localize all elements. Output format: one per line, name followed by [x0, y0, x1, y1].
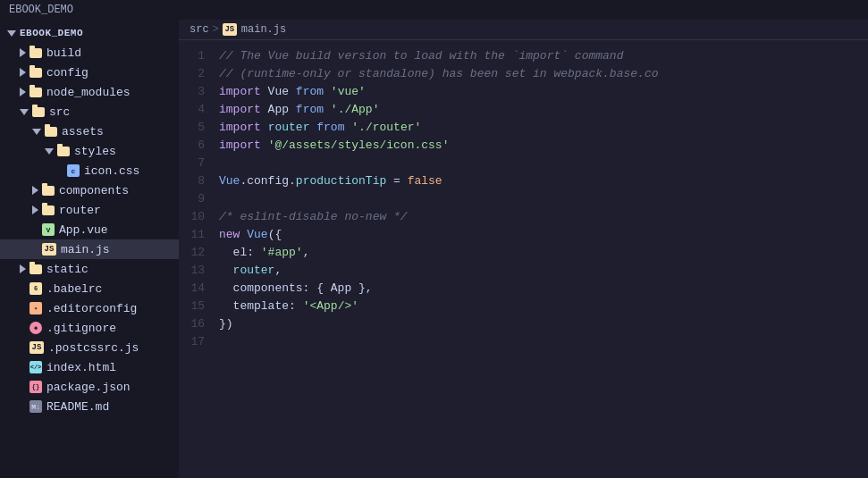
line-content	[219, 155, 868, 172]
sidebar-item-ebook-demo[interactable]: EBOOK_DEMO	[0, 23, 179, 43]
sidebar-item-app-vue[interactable]: VApp.vue	[0, 220, 179, 239]
line-content: Vue.config.productionTip = false	[219, 172, 868, 190]
css-file-icon: c	[67, 164, 80, 177]
sidebar-item-router[interactable]: router	[0, 200, 179, 220]
title-bar: EBOOK_DEMO	[0, 0, 868, 20]
line-number: 6	[179, 138, 219, 152]
sidebar-item-label: node_modules	[46, 86, 131, 99]
sidebar-item-label: .postcssrc.js	[48, 341, 139, 355]
sidebar-item-postcssrc[interactable]: JS.postcssrc.js	[0, 338, 179, 357]
sidebar-item-gitignore[interactable]: ◆.gitignore	[0, 318, 179, 338]
sidebar-item-label: App.vue	[59, 223, 108, 237]
token-comment: // The Vue build version to load with th…	[219, 49, 623, 63]
sidebar-item-node_modules[interactable]: node_modules	[0, 82, 179, 102]
token-keyword-from: from	[296, 103, 324, 116]
token-string: '<App/>'	[303, 299, 358, 313]
code-line: 7	[179, 155, 868, 172]
chevron-right-icon	[20, 264, 26, 273]
token-white	[261, 138, 268, 152]
token-white: =	[386, 174, 407, 188]
token-string: '#app'	[261, 246, 303, 259]
sidebar-item-readme-md[interactable]: M↓README.md	[0, 397, 179, 416]
token-string: './router'	[351, 121, 421, 134]
line-number: 4	[179, 103, 219, 116]
sidebar-item-label: config	[46, 66, 88, 80]
sidebar-item-label: styles	[74, 145, 116, 158]
token-white	[324, 103, 331, 116]
folder-icon	[57, 147, 70, 156]
sidebar-item-babelrc[interactable]: 6.babelrc	[0, 279, 179, 298]
token-white	[324, 85, 331, 98]
code-line: 2// (runtime-only or standalone) has bee…	[179, 65, 868, 83]
code-area: 1// The Vue build version to load with t…	[179, 40, 868, 478]
sidebar-item-label: assets	[62, 125, 104, 138]
token-white: el:	[219, 246, 261, 259]
token-white: })	[219, 317, 233, 331]
sidebar: EBOOK_DEMObuildconfignode_modulessrcasse…	[0, 20, 179, 478]
token-string: '@/assets/styles/icon.css'	[268, 138, 450, 152]
folder-icon	[45, 127, 57, 137]
code-line: 10/* eslint-disable no-new */	[179, 208, 868, 226]
code-line: 13 router,	[179, 262, 868, 280]
code-line: 15 template: '<App/>'	[179, 298, 868, 315]
sidebar-item-static[interactable]: static	[0, 259, 179, 279]
html-file-icon: </>	[29, 361, 42, 373]
code-line: 12 el: '#app',	[179, 244, 868, 262]
token-vue: Vue	[247, 228, 267, 241]
code-line: 5import router from './router'	[179, 119, 868, 137]
token-router: router	[233, 264, 275, 277]
chevron-right-icon	[20, 68, 26, 77]
token-keyword: new	[219, 228, 240, 241]
line-number: 14	[179, 281, 219, 295]
sidebar-item-styles[interactable]: styles	[0, 141, 179, 161]
sidebar-item-editorconfig[interactable]: ✦.editorconfig	[0, 298, 179, 318]
sidebar-item-label: build	[46, 46, 81, 60]
sidebar-item-icon-css[interactable]: cicon.css	[0, 161, 179, 180]
line-content: // (runtime-only or standalone) has been…	[219, 65, 868, 83]
token-white: .config.	[240, 174, 295, 188]
token-comment: /* eslint-disable no-new */	[219, 210, 408, 223]
code-line: 14 components: { App },	[179, 280, 868, 298]
code-line: 3import Vue from 'vue'	[179, 83, 868, 101]
sidebar-item-index-html[interactable]: </>index.html	[0, 357, 179, 377]
chevron-down-icon	[20, 109, 29, 115]
chevron-right-icon	[32, 205, 38, 214]
folder-icon	[42, 205, 55, 215]
code-line: 4import App from './App'	[179, 101, 868, 119]
line-number: 9	[179, 192, 219, 205]
js-file-icon: JS	[29, 341, 44, 354]
sidebar-item-label: components	[59, 184, 129, 197]
chevron-right-icon	[20, 88, 26, 96]
chevron-down-icon	[7, 30, 16, 37]
token-white	[261, 121, 268, 134]
line-content: el: '#app',	[219, 244, 868, 262]
sidebar-item-main-js[interactable]: JSmain.js	[0, 239, 179, 259]
title-label: EBOOK_DEMO	[9, 4, 73, 16]
code-line: 8Vue.config.productionTip = false	[179, 172, 868, 190]
chevron-right-icon	[32, 186, 38, 195]
token-white: ,	[303, 246, 310, 259]
code-line: 17	[179, 333, 868, 351]
sidebar-item-label: .editorconfig	[46, 302, 137, 315]
folder-icon	[32, 107, 45, 117]
sidebar-item-label: .gitignore	[46, 322, 116, 335]
js-file-icon: JS	[42, 243, 56, 256]
breadcrumb-file: main.js	[241, 23, 286, 36]
line-number: 8	[179, 174, 219, 188]
line-number: 16	[179, 317, 219, 331]
line-content: import App from './App'	[219, 101, 868, 119]
sidebar-item-assets[interactable]: assets	[0, 122, 179, 141]
sidebar-item-label: index.html	[46, 361, 116, 374]
folder-icon	[42, 186, 55, 196]
token-keyword: import	[219, 85, 261, 98]
sidebar-item-package-json[interactable]: {}package.json	[0, 377, 179, 397]
token-keyword: import	[219, 138, 261, 152]
token-white	[219, 264, 233, 277]
sidebar-item-components[interactable]: components	[0, 180, 179, 200]
code-line: 11new Vue({	[179, 226, 868, 244]
sidebar-item-src[interactable]: src	[0, 102, 179, 122]
sidebar-item-build[interactable]: build	[0, 43, 179, 63]
sidebar-item-config[interactable]: config	[0, 63, 179, 82]
token-white: App	[261, 103, 296, 116]
code-line: 9	[179, 190, 868, 208]
